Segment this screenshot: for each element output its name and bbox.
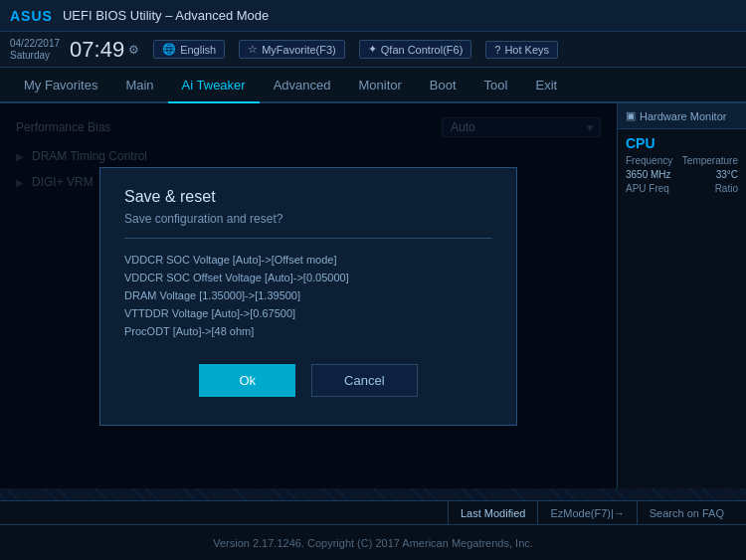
tab-tool[interactable]: Tool xyxy=(470,68,522,103)
cpu-label: CPU xyxy=(626,135,738,151)
freq-val-row: 3650 MHz 33°C xyxy=(626,169,738,180)
save-reset-modal: Save & reset Save configuration and rese… xyxy=(99,167,517,426)
ratio-label: Ratio xyxy=(715,183,738,194)
language-button[interactable]: 🌐 English xyxy=(153,40,225,59)
status-bar: Last Modified EzMode(F7)|→ Search on FAQ xyxy=(0,500,746,524)
change-item-0: VDDCR SOC Voltage [Auto]->[Offset mode] xyxy=(124,251,492,269)
toolbar: 04/22/2017 Saturday 07:49 ⚙ 🌐 English ☆ … xyxy=(0,32,746,68)
temp-val: 33°C xyxy=(716,169,738,180)
window-title: UEFI BIOS Utility – Advanced Mode xyxy=(63,8,269,23)
qfan-button[interactable]: ✦ Qfan Control(F6) xyxy=(359,40,472,59)
fan-icon: ✦ xyxy=(368,43,377,56)
time-display: 07:49 xyxy=(70,37,124,63)
tab-exit[interactable]: Exit xyxy=(521,68,571,103)
tab-my-favorites[interactable]: My Favorites xyxy=(10,68,111,103)
clock: 07:49 ⚙ xyxy=(70,37,139,63)
apufreq-row: APU Freq Ratio xyxy=(626,183,738,194)
last-modified-label: Last Modified xyxy=(461,507,525,519)
footer-text: Version 2.17.1246. Copyright (C) 2017 Am… xyxy=(213,537,533,549)
tab-monitor[interactable]: Monitor xyxy=(345,68,416,103)
datetime: 04/22/2017 Saturday xyxy=(10,38,60,62)
hw-panel: ▣ Hardware Monitor CPU Frequency Tempera… xyxy=(617,103,746,488)
search-faq-item[interactable]: Search on FAQ xyxy=(637,501,736,524)
last-modified-item[interactable]: Last Modified xyxy=(448,501,537,524)
changes-list: VDDCR SOC Voltage [Auto]->[Offset mode] … xyxy=(124,251,492,340)
freq-label: Frequency xyxy=(626,155,672,166)
date: 04/22/2017 xyxy=(10,38,60,50)
change-item-2: DRAM Voltage [1.35000]->[1.39500] xyxy=(124,286,492,304)
monitor-icon: ▣ xyxy=(626,109,636,122)
change-item-3: VTTDDR Voltage [Auto]->[0.67500] xyxy=(124,304,492,322)
modal-overlay: Save & reset Save configuration and rese… xyxy=(0,103,617,488)
title-bar: ASUS UEFI BIOS Utility – Advanced Mode xyxy=(0,0,746,32)
temp-label: Temperature xyxy=(682,155,738,166)
tab-advanced[interactable]: Advanced xyxy=(260,68,345,103)
globe-icon: 🌐 xyxy=(162,43,176,56)
asus-logo: ASUS xyxy=(10,8,53,24)
hotkeys-button[interactable]: ? Hot Keys xyxy=(485,41,558,59)
change-item-1: VDDCR SOC Offset Voltage [Auto]->[0.0500… xyxy=(124,269,492,286)
main-area: Performance Bias Auto Manual ▼ ▶ DRAM Ti… xyxy=(0,103,746,488)
ezmode-item[interactable]: EzMode(F7)|→ xyxy=(537,501,636,524)
cancel-button[interactable]: Cancel xyxy=(311,364,417,397)
tab-ai-tweaker[interactable]: Ai Tweaker xyxy=(168,68,260,103)
tab-main[interactable]: Main xyxy=(111,68,167,103)
ezmode-label: EzMode(F7)|→ xyxy=(550,507,624,519)
nav-tabs: My Favorites Main Ai Tweaker Advanced Mo… xyxy=(0,68,746,103)
freq-val: 3650 MHz xyxy=(626,169,671,180)
modal-buttons: Ok Cancel xyxy=(124,364,492,397)
language-label: English xyxy=(180,44,216,56)
search-faq-label: Search on FAQ xyxy=(650,507,724,519)
settings-icon[interactable]: ⚙ xyxy=(128,43,139,57)
myfavorite-button[interactable]: ☆ MyFavorite(F3) xyxy=(239,40,345,59)
modal-subtitle: Save configuration and reset? xyxy=(124,212,492,239)
frequency-row: Frequency Temperature xyxy=(626,155,738,166)
footer: Version 2.17.1246. Copyright (C) 2017 Am… xyxy=(0,524,746,560)
change-item-4: ProcODT [Auto]->[48 ohm] xyxy=(124,322,492,340)
modal-title: Save & reset xyxy=(124,188,492,206)
keyboard-icon: ? xyxy=(494,44,500,56)
day: Saturday xyxy=(10,50,60,62)
hotkeys-label: Hot Keys xyxy=(504,44,549,56)
apufreq-label: APU Freq xyxy=(626,183,669,194)
star-icon: ☆ xyxy=(248,43,258,56)
cpu-section: CPU Frequency Temperature 3650 MHz 33°C … xyxy=(618,129,746,203)
myfavorite-label: MyFavorite(F3) xyxy=(262,44,336,56)
tab-boot[interactable]: Boot xyxy=(416,68,470,103)
hw-monitor-title: ▣ Hardware Monitor xyxy=(618,103,746,129)
ok-button[interactable]: Ok xyxy=(199,364,295,397)
qfan-label: Qfan Control(F6) xyxy=(381,44,464,56)
